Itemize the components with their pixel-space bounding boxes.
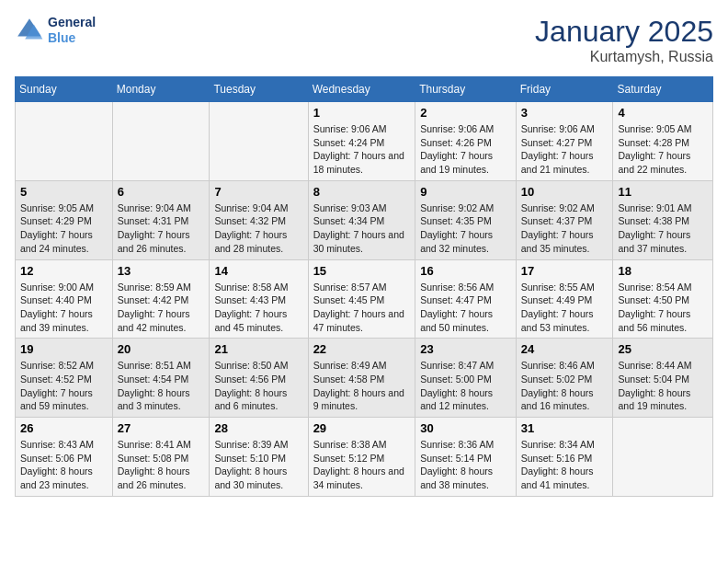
calendar-cell: 10 Sunrise: 9:02 AMSunset: 4:37 PMDaylig… xyxy=(516,180,613,259)
calendar-cell: 3 Sunrise: 9:06 AMSunset: 4:27 PMDayligh… xyxy=(516,102,613,181)
month-title: January 2025 xyxy=(535,15,713,49)
weekday-header: Saturday xyxy=(613,77,713,102)
day-info: Sunrise: 9:04 AMSunset: 4:32 PMDaylight:… xyxy=(214,201,302,256)
calendar-cell: 31 Sunrise: 8:34 AMSunset: 5:16 PMDaylig… xyxy=(516,418,613,497)
day-number: 8 xyxy=(313,185,411,199)
calendar-cell: 1 Sunrise: 9:06 AMSunset: 4:24 PMDayligh… xyxy=(308,102,415,181)
title-block: January 2025 Kurtamysh, Russia xyxy=(535,15,713,65)
day-info: Sunrise: 8:59 AMSunset: 4:42 PMDaylight:… xyxy=(118,281,205,335)
day-number: 17 xyxy=(521,264,609,278)
day-number: 2 xyxy=(420,106,511,120)
logo-icon xyxy=(15,16,44,45)
day-info: Sunrise: 8:38 AMSunset: 5:12 PMDaylight:… xyxy=(313,438,411,492)
day-number: 3 xyxy=(521,106,609,120)
day-info: Sunrise: 9:06 AMSunset: 4:26 PMDaylight:… xyxy=(420,122,511,177)
calendar-cell xyxy=(16,102,113,181)
calendar-cell: 11 Sunrise: 9:01 AMSunset: 4:38 PMDaylig… xyxy=(613,180,713,259)
weekday-header-row: SundayMondayTuesdayWednesdayThursdayFrid… xyxy=(16,77,713,102)
day-number: 25 xyxy=(618,342,708,356)
day-number: 20 xyxy=(118,342,205,356)
day-info: Sunrise: 9:04 AMSunset: 4:31 PMDaylight:… xyxy=(118,201,205,256)
day-info: Sunrise: 9:05 AMSunset: 4:28 PMDaylight:… xyxy=(618,122,708,177)
day-number: 4 xyxy=(618,106,708,120)
calendar-cell: 15 Sunrise: 8:57 AMSunset: 4:45 PMDaylig… xyxy=(308,259,415,339)
day-info: Sunrise: 8:56 AMSunset: 4:47 PMDaylight:… xyxy=(420,281,511,335)
logo: General Blue xyxy=(15,15,96,46)
weekday-header: Monday xyxy=(112,77,210,102)
logo-line1: General xyxy=(48,15,96,30)
calendar-cell: 22 Sunrise: 8:49 AMSunset: 4:58 PMDaylig… xyxy=(308,339,415,418)
weekday-header: Wednesday xyxy=(308,77,415,102)
weekday-header: Tuesday xyxy=(210,77,308,102)
day-info: Sunrise: 8:47 AMSunset: 5:00 PMDaylight:… xyxy=(420,359,511,413)
weekday-header: Friday xyxy=(516,77,613,102)
location: Kurtamysh, Russia xyxy=(535,49,713,65)
day-number: 31 xyxy=(521,421,609,435)
day-number: 14 xyxy=(214,264,302,278)
calendar-cell: 9 Sunrise: 9:02 AMSunset: 4:35 PMDayligh… xyxy=(415,180,517,259)
calendar-cell: 12 Sunrise: 9:00 AMSunset: 4:40 PMDaylig… xyxy=(16,259,113,339)
calendar-week-row: 1 Sunrise: 9:06 AMSunset: 4:24 PMDayligh… xyxy=(16,102,713,181)
calendar-table: SundayMondayTuesdayWednesdayThursdayFrid… xyxy=(15,76,713,497)
day-info: Sunrise: 9:01 AMSunset: 4:38 PMDaylight:… xyxy=(618,201,708,256)
weekday-header: Sunday xyxy=(16,77,113,102)
day-number: 15 xyxy=(313,264,411,278)
day-info: Sunrise: 9:03 AMSunset: 4:34 PMDaylight:… xyxy=(313,201,411,256)
day-info: Sunrise: 8:46 AMSunset: 5:02 PMDaylight:… xyxy=(521,359,609,413)
day-number: 11 xyxy=(618,185,708,199)
day-number: 1 xyxy=(313,106,411,120)
day-number: 9 xyxy=(420,185,511,199)
day-number: 6 xyxy=(118,185,205,199)
calendar-cell: 25 Sunrise: 8:44 AMSunset: 5:04 PMDaylig… xyxy=(613,339,713,418)
day-info: Sunrise: 8:57 AMSunset: 4:45 PMDaylight:… xyxy=(313,281,411,335)
calendar-cell: 7 Sunrise: 9:04 AMSunset: 4:32 PMDayligh… xyxy=(210,180,308,259)
page-header: General Blue January 2025 Kurtamysh, Rus… xyxy=(15,15,713,65)
day-info: Sunrise: 8:44 AMSunset: 5:04 PMDaylight:… xyxy=(618,359,708,413)
calendar-cell: 23 Sunrise: 8:47 AMSunset: 5:00 PMDaylig… xyxy=(415,339,517,418)
day-number: 19 xyxy=(20,342,108,356)
day-info: Sunrise: 8:36 AMSunset: 5:14 PMDaylight:… xyxy=(420,438,511,492)
day-number: 16 xyxy=(420,264,511,278)
calendar-cell xyxy=(613,418,713,497)
day-number: 13 xyxy=(118,264,205,278)
calendar-cell: 30 Sunrise: 8:36 AMSunset: 5:14 PMDaylig… xyxy=(415,418,517,497)
day-info: Sunrise: 9:06 AMSunset: 4:24 PMDaylight:… xyxy=(313,122,411,177)
logo-line2: Blue xyxy=(48,30,96,46)
day-number: 22 xyxy=(313,342,411,356)
calendar-cell: 28 Sunrise: 8:39 AMSunset: 5:10 PMDaylig… xyxy=(210,418,308,497)
day-number: 28 xyxy=(214,421,302,435)
day-info: Sunrise: 9:06 AMSunset: 4:27 PMDaylight:… xyxy=(521,122,609,177)
calendar-week-row: 26 Sunrise: 8:43 AMSunset: 5:06 PMDaylig… xyxy=(16,418,713,497)
calendar-cell: 2 Sunrise: 9:06 AMSunset: 4:26 PMDayligh… xyxy=(415,102,517,181)
calendar-cell: 16 Sunrise: 8:56 AMSunset: 4:47 PMDaylig… xyxy=(415,259,517,339)
day-number: 24 xyxy=(521,342,609,356)
calendar-cell: 13 Sunrise: 8:59 AMSunset: 4:42 PMDaylig… xyxy=(112,259,210,339)
weekday-header: Thursday xyxy=(415,77,517,102)
day-info: Sunrise: 9:02 AMSunset: 4:35 PMDaylight:… xyxy=(420,201,511,256)
day-info: Sunrise: 8:49 AMSunset: 4:58 PMDaylight:… xyxy=(313,359,411,413)
day-info: Sunrise: 9:00 AMSunset: 4:40 PMDaylight:… xyxy=(20,281,108,335)
day-number: 30 xyxy=(420,421,511,435)
day-number: 26 xyxy=(20,421,108,435)
day-info: Sunrise: 9:02 AMSunset: 4:37 PMDaylight:… xyxy=(521,201,609,256)
day-info: Sunrise: 8:50 AMSunset: 4:56 PMDaylight:… xyxy=(214,359,302,413)
day-info: Sunrise: 8:43 AMSunset: 5:06 PMDaylight:… xyxy=(20,438,108,492)
calendar-cell: 19 Sunrise: 8:52 AMSunset: 4:52 PMDaylig… xyxy=(16,339,113,418)
day-number: 12 xyxy=(20,264,108,278)
calendar-cell: 21 Sunrise: 8:50 AMSunset: 4:56 PMDaylig… xyxy=(210,339,308,418)
day-number: 7 xyxy=(214,185,302,199)
calendar-cell: 5 Sunrise: 9:05 AMSunset: 4:29 PMDayligh… xyxy=(16,180,113,259)
day-info: Sunrise: 8:51 AMSunset: 4:54 PMDaylight:… xyxy=(118,359,205,413)
calendar-cell: 27 Sunrise: 8:41 AMSunset: 5:08 PMDaylig… xyxy=(112,418,210,497)
day-number: 10 xyxy=(521,185,609,199)
calendar-cell: 4 Sunrise: 9:05 AMSunset: 4:28 PMDayligh… xyxy=(613,102,713,181)
day-info: Sunrise: 8:52 AMSunset: 4:52 PMDaylight:… xyxy=(20,359,108,413)
calendar-cell: 14 Sunrise: 8:58 AMSunset: 4:43 PMDaylig… xyxy=(210,259,308,339)
calendar-week-row: 5 Sunrise: 9:05 AMSunset: 4:29 PMDayligh… xyxy=(16,180,713,259)
day-number: 21 xyxy=(214,342,302,356)
calendar-cell: 8 Sunrise: 9:03 AMSunset: 4:34 PMDayligh… xyxy=(308,180,415,259)
day-number: 29 xyxy=(313,421,411,435)
day-info: Sunrise: 8:39 AMSunset: 5:10 PMDaylight:… xyxy=(214,438,302,492)
day-number: 18 xyxy=(618,264,708,278)
calendar-cell: 29 Sunrise: 8:38 AMSunset: 5:12 PMDaylig… xyxy=(308,418,415,497)
